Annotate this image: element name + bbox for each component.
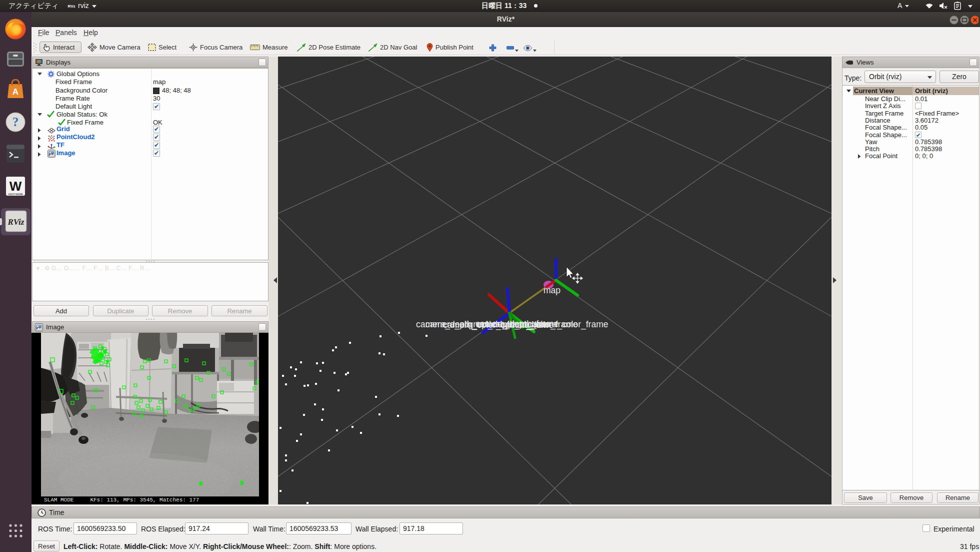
svg-text:AISOYMARE: AISOYMARE [8, 193, 23, 196]
svg-text:camera_link: camera_link [500, 320, 548, 330]
svg-text:RVz: RVz [68, 4, 76, 9]
svg-text:W: W [10, 179, 22, 194]
svg-text:?: ? [12, 115, 19, 129]
svg-text:map: map [544, 285, 560, 295]
svg-text:RViz: RViz [8, 217, 24, 227]
svg-text:A: A [12, 87, 18, 97]
